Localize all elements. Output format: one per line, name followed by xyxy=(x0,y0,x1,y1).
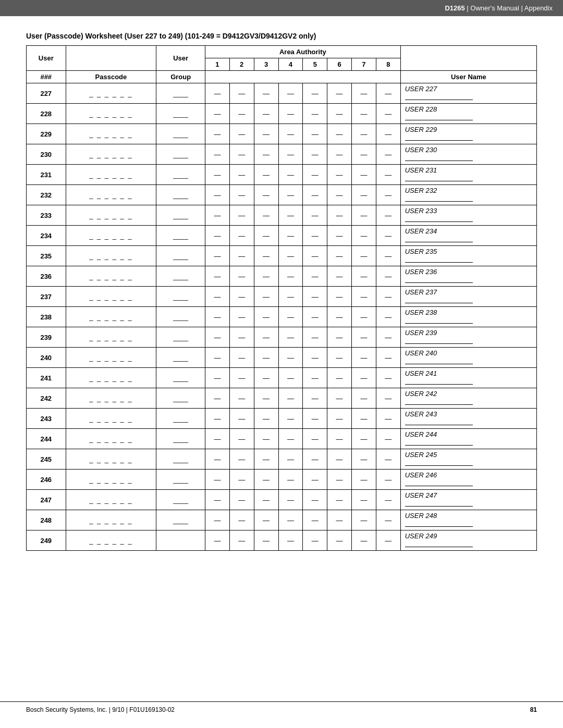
col-header-area-4: 4 xyxy=(278,58,303,71)
passcode-cell: _ _ _ _ _ _ xyxy=(66,388,156,409)
col-header-passcode-empty xyxy=(66,46,156,71)
username-underline xyxy=(405,133,473,141)
area-cell-1: — xyxy=(205,83,229,104)
user-number-cell: 229 xyxy=(27,124,66,144)
area-cell-2: — xyxy=(229,144,254,165)
area-cell-8: — xyxy=(376,388,400,409)
username-italic: USER 228 xyxy=(405,105,437,113)
area-cell-3: — xyxy=(254,530,278,551)
area-cell-2: — xyxy=(229,266,254,287)
passcode-cell: _ _ _ _ _ _ xyxy=(66,470,156,490)
area-cell-5: — xyxy=(303,388,327,409)
area-cell-6: — xyxy=(327,287,352,307)
area-cell-4: — xyxy=(278,409,303,429)
passcode-cell: _ _ _ _ _ _ xyxy=(66,246,156,266)
area-cell-1: — xyxy=(205,226,229,246)
user-number-cell: 234 xyxy=(27,226,66,246)
area-cell-5: — xyxy=(303,368,327,388)
area-cell-5: — xyxy=(303,490,327,510)
area-cell-3: — xyxy=(254,266,278,287)
username-underline xyxy=(405,154,473,161)
group-cell: ____ xyxy=(156,449,205,470)
area-cell-8: — xyxy=(376,368,400,388)
area-cell-6: — xyxy=(327,307,352,327)
area-cell-5: — xyxy=(303,144,327,165)
table-row: 235_ _ _ _ _ _____————————USER 235 xyxy=(27,246,537,266)
area-cell-7: — xyxy=(352,246,376,266)
area-cell-1: — xyxy=(205,510,229,530)
username-cell: USER 235 xyxy=(400,246,536,266)
username-underline xyxy=(405,296,473,303)
username-underline xyxy=(405,215,473,222)
group-cell: ____ xyxy=(156,510,205,530)
group-cell: ____ xyxy=(156,266,205,287)
area-cell-5: — xyxy=(303,470,327,490)
col-header-area-3: 3 xyxy=(254,58,278,71)
area-cell-1: — xyxy=(205,266,229,287)
area-cell-2: — xyxy=(229,226,254,246)
area-cell-4: — xyxy=(278,449,303,470)
username-underline xyxy=(405,377,473,385)
area-cell-5: — xyxy=(303,165,327,185)
group-cell: ____ xyxy=(156,83,205,104)
passcode-cell: _ _ _ _ _ _ xyxy=(66,307,156,327)
area-cell-8: — xyxy=(376,490,400,510)
area-cell-5: — xyxy=(303,83,327,104)
group-cell: ____ xyxy=(156,165,205,185)
area-cell-6: — xyxy=(327,124,352,144)
table-row: 244_ _ _ _ _ _____————————USER 244 xyxy=(27,429,537,449)
passcode-cell: _ _ _ _ _ _ xyxy=(66,165,156,185)
user-number-cell: 231 xyxy=(27,165,66,185)
area-cell-7: — xyxy=(352,327,376,348)
area-cell-4: — xyxy=(278,327,303,348)
area-cell-2: — xyxy=(229,368,254,388)
user-number-cell: 240 xyxy=(27,348,66,368)
area-cell-4: — xyxy=(278,246,303,266)
col-header-area-authority: Area Authority xyxy=(205,46,400,58)
area-cell-3: — xyxy=(254,409,278,429)
area-cell-7: — xyxy=(352,388,376,409)
area-cell-5: — xyxy=(303,266,327,287)
area-cell-1: — xyxy=(205,409,229,429)
username-underline xyxy=(405,499,473,507)
user-number-cell: 232 xyxy=(27,185,66,205)
user-number-cell: 247 xyxy=(27,490,66,510)
area-cell-1: — xyxy=(205,348,229,368)
passcode-cell: _ _ _ _ _ _ xyxy=(66,368,156,388)
area-cell-5: — xyxy=(303,185,327,205)
username-cell: USER 238 xyxy=(400,307,536,327)
group-cell: ____ xyxy=(156,470,205,490)
area-cell-2: — xyxy=(229,165,254,185)
username-cell: USER 243 xyxy=(400,409,536,429)
area-cell-7: — xyxy=(352,470,376,490)
area-cell-3: — xyxy=(254,470,278,490)
area-cell-7: — xyxy=(352,490,376,510)
area-cell-7: — xyxy=(352,165,376,185)
username-underline xyxy=(405,398,473,405)
area-cell-1: — xyxy=(205,429,229,449)
username-underline xyxy=(405,276,473,283)
username-cell: USER 249 xyxy=(400,530,536,551)
username-cell: USER 233 xyxy=(400,205,536,226)
username-underline xyxy=(405,357,473,364)
area-cell-1: — xyxy=(205,327,229,348)
area-cell-8: — xyxy=(376,246,400,266)
area-cell-7: — xyxy=(352,510,376,530)
username-underline xyxy=(405,540,473,547)
area-cell-6: — xyxy=(327,409,352,429)
area-cell-1: — xyxy=(205,368,229,388)
area-cell-4: — xyxy=(278,510,303,530)
area-cell-8: — xyxy=(376,124,400,144)
username-italic: USER 233 xyxy=(405,207,437,215)
area-cell-2: — xyxy=(229,348,254,368)
area-cell-4: — xyxy=(278,124,303,144)
group-cell: ____ xyxy=(156,409,205,429)
area-cell-1: — xyxy=(205,287,229,307)
col-header-area-6: 6 xyxy=(327,58,352,71)
passcode-cell: _ _ _ _ _ _ xyxy=(66,83,156,104)
username-italic: USER 240 xyxy=(405,349,437,357)
area-cell-2: — xyxy=(229,287,254,307)
area-cell-4: — xyxy=(278,368,303,388)
area-cell-6: — xyxy=(327,104,352,124)
group-cell: ____ xyxy=(156,246,205,266)
